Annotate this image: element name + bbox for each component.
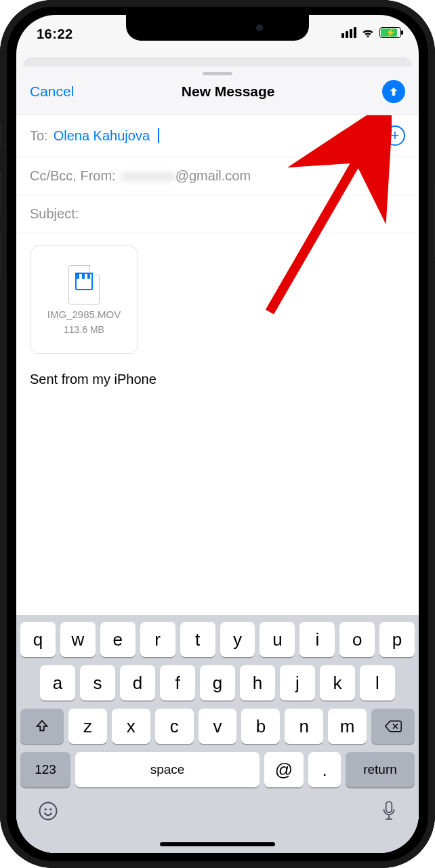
svg-rect-3 — [386, 802, 392, 812]
key-n[interactable]: n — [285, 709, 323, 744]
shift-icon — [35, 719, 49, 734]
key-b[interactable]: b — [241, 709, 280, 744]
cellular-icon — [341, 27, 356, 38]
key-shift[interactable] — [20, 709, 64, 744]
key-s[interactable]: s — [80, 665, 115, 701]
status-time: 16:22 — [37, 26, 73, 42]
side-button-vol-up — [0, 170, 1, 217]
sheet-header: Cancel New Message — [16, 66, 419, 115]
keyboard-row-4: 123 space @ . return — [20, 752, 415, 787]
key-g[interactable]: g — [200, 665, 235, 701]
cancel-button[interactable]: Cancel — [30, 83, 74, 100]
key-e[interactable]: e — [100, 622, 136, 657]
signature-text: Sent from my iPhone — [30, 372, 405, 387]
wifi-icon — [361, 27, 375, 38]
side-button-silence — [0, 122, 1, 148]
status-right: ⚡ — [341, 27, 401, 38]
ccbcc-row[interactable]: Cc/Bcc, From: xxxxxxxx@gmail.com — [16, 157, 419, 195]
key-d[interactable]: d — [120, 665, 155, 701]
key-t[interactable]: t — [180, 622, 215, 657]
battery-icon: ⚡ — [379, 27, 401, 38]
key-o[interactable]: o — [339, 622, 375, 657]
keyboard-bottom-row — [20, 795, 415, 826]
to-label: To: — [30, 128, 48, 144]
key-j[interactable]: j — [280, 665, 315, 701]
svg-point-2 — [49, 808, 51, 810]
key-a[interactable]: a — [40, 665, 75, 701]
key-c[interactable]: c — [155, 709, 194, 744]
ccbcc-label: Cc/Bcc, From: — [30, 168, 116, 184]
attachment-filesize: 113.6 MB — [64, 324, 104, 335]
attachment-filename: IMG_2985.MOV — [47, 309, 121, 320]
key-at[interactable]: @ — [264, 752, 304, 787]
home-indicator[interactable] — [160, 842, 275, 846]
key-z[interactable]: z — [68, 709, 107, 744]
svg-point-1 — [45, 808, 47, 810]
key-p[interactable]: p — [379, 622, 415, 657]
key-r[interactable]: r — [140, 622, 175, 657]
key-q[interactable]: q — [20, 622, 56, 657]
send-button[interactable] — [382, 80, 405, 103]
compose-body[interactable]: IMG_2985.MOV 113.6 MB Sent from my iPhon… — [16, 233, 419, 399]
dictation-button[interactable] — [381, 801, 397, 826]
key-dot[interactable]: . — [308, 752, 341, 787]
phone-frame: 16:22 ⚡ Cancel New Messag — [0, 0, 435, 868]
key-i[interactable]: i — [299, 622, 335, 657]
key-backspace[interactable] — [371, 709, 415, 744]
backspace-icon — [384, 719, 402, 733]
subject-row[interactable]: Subject: — [16, 195, 419, 233]
key-x[interactable]: x — [112, 709, 150, 744]
keyboard-row-1: q w e r t y u i o p — [20, 622, 415, 657]
key-u[interactable]: u — [260, 622, 295, 657]
side-button-vol-down — [0, 231, 1, 278]
plus-icon: + — [391, 128, 400, 143]
keyboard-row-3: z x c v b n m — [20, 709, 415, 744]
key-return[interactable]: return — [346, 752, 415, 787]
to-row[interactable]: To: Olena Kahujova + — [16, 115, 419, 157]
to-recipient[interactable]: Olena Kahujova — [54, 128, 150, 144]
keyboard: q w e r t y u i o p a s d f g h — [16, 615, 419, 853]
video-file-icon — [68, 265, 100, 304]
subject-label: Subject: — [30, 206, 79, 222]
key-k[interactable]: k — [320, 665, 355, 701]
attachment-card[interactable]: IMG_2985.MOV 113.6 MB — [30, 245, 138, 354]
key-w[interactable]: w — [60, 622, 96, 657]
key-l[interactable]: l — [360, 665, 395, 701]
key-f[interactable]: f — [160, 665, 195, 701]
emoji-button[interactable] — [38, 801, 58, 826]
svg-point-0 — [40, 803, 57, 820]
key-space[interactable]: space — [75, 752, 260, 787]
screen: 16:22 ⚡ Cancel New Messag — [16, 15, 419, 853]
key-h[interactable]: h — [240, 665, 275, 701]
key-v[interactable]: v — [199, 709, 237, 744]
add-contact-button[interactable]: + — [385, 125, 405, 146]
sheet-title: New Message — [182, 83, 275, 100]
arrow-up-icon — [388, 85, 400, 98]
text-cursor — [158, 128, 159, 143]
from-value: xxxxxxxx@gmail.com — [121, 168, 251, 184]
compose-sheet: Cancel New Message To: Olena Kahujova + … — [16, 66, 419, 853]
sheet-grabber[interactable] — [203, 72, 232, 75]
keyboard-row-2: a s d f g h j k l — [20, 665, 415, 701]
mic-icon — [381, 801, 397, 821]
emoji-icon — [38, 801, 58, 821]
key-y[interactable]: y — [220, 622, 255, 657]
key-numbers[interactable]: 123 — [20, 752, 70, 787]
key-m[interactable]: m — [328, 709, 367, 744]
from-redacted: xxxxxxxx — [121, 168, 175, 183]
